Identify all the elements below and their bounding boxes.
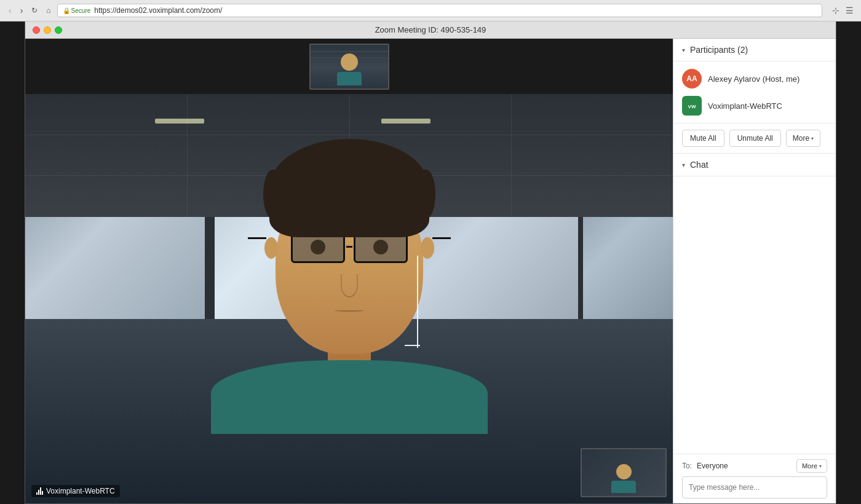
title-bar: Zoom Meeting ID: 490-535-149 bbox=[25, 22, 836, 39]
chat-input-area: To: Everyone More ▾ bbox=[673, 454, 836, 503]
window-controls bbox=[33, 26, 62, 34]
participants-chevron-icon: ▾ bbox=[682, 47, 685, 53]
chat-to-value: Everyone bbox=[697, 462, 792, 470]
participant-avatar-vw: VW bbox=[682, 96, 702, 116]
browser-chrome: ‹ › ↻ ⌂ 🔒 Secure https://demos02.voximpl… bbox=[0, 0, 861, 22]
participant-list: AA Alexey Aylarov (Host, me) VW Voximpla… bbox=[673, 61, 836, 123]
unmute-all-button[interactable]: Unmute All bbox=[729, 130, 781, 147]
audio-level-indicator bbox=[36, 487, 43, 495]
participant-name-2: Voximplant-WebRTC bbox=[708, 101, 782, 111]
window-minimize-button[interactable] bbox=[44, 26, 51, 34]
address-bar[interactable]: 🔒 Secure https://demos02.voximplant.com/… bbox=[57, 4, 822, 17]
office-background bbox=[25, 94, 673, 503]
participant-item[interactable]: AA Alexey Aylarov (Host, me) bbox=[673, 65, 836, 92]
extensions-icon[interactable]: ☰ bbox=[844, 4, 855, 17]
person-overlay bbox=[25, 94, 673, 503]
window-maximize-button[interactable] bbox=[55, 26, 62, 34]
participant-name-1: Alexey Aylarov (Host, me) bbox=[708, 74, 800, 84]
participants-header[interactable]: ▾ Participants (2) bbox=[673, 39, 836, 61]
forward-button[interactable]: › bbox=[18, 4, 26, 17]
participant-avatar-aa: AA bbox=[682, 69, 702, 89]
chat-more-button[interactable]: More ▾ bbox=[796, 459, 827, 473]
chat-more-dropdown-icon: ▾ bbox=[819, 463, 822, 469]
main-video bbox=[25, 94, 673, 503]
chat-header[interactable]: ▾ Chat bbox=[673, 154, 836, 176]
refresh-button[interactable]: ↻ bbox=[29, 5, 40, 16]
thumbnail-strip bbox=[25, 39, 673, 94]
participant-item[interactable]: VW Voximplant-WebRTC bbox=[673, 92, 836, 119]
pip-video[interactable] bbox=[581, 448, 667, 497]
video-participant-label: Voximplant-WebRTC bbox=[31, 485, 120, 497]
participants-section: ▾ Participants (2) AA Alexey Aylarov (Ho… bbox=[673, 39, 836, 154]
chat-section: ▾ Chat To: Everyone More ▾ bbox=[673, 154, 836, 503]
chat-message-input[interactable] bbox=[682, 476, 827, 498]
chat-chevron-icon: ▾ bbox=[682, 162, 685, 168]
window-title: Zoom Meeting ID: 490-535-149 bbox=[375, 25, 486, 34]
thumbnail-video-sim bbox=[311, 45, 388, 89]
more-button[interactable]: More ▾ bbox=[786, 130, 820, 147]
main-content: Voximplant-WebRTC ▾ bbox=[25, 39, 836, 503]
pip-inner bbox=[582, 449, 665, 496]
participants-buttons-row: Mute All Unmute All More ▾ bbox=[673, 123, 836, 154]
chat-to-label: To: bbox=[682, 462, 692, 470]
more-dropdown-arrow-icon: ▾ bbox=[811, 136, 814, 141]
sidebar: ▾ Participants (2) AA Alexey Aylarov (Ho… bbox=[673, 39, 836, 503]
thumbnail-video[interactable] bbox=[309, 44, 389, 90]
participant-name-label: Voximplant-WebRTC bbox=[46, 487, 115, 495]
voximplant-logo-icon: VW bbox=[686, 100, 698, 112]
mute-all-button[interactable]: Mute All bbox=[682, 130, 724, 147]
url-text: https://demos02.voximplant.com/zoom/ bbox=[94, 6, 817, 15]
back-button[interactable]: ‹ bbox=[6, 4, 14, 17]
secure-badge: 🔒 Secure bbox=[63, 7, 91, 14]
chat-to-row: To: Everyone More ▾ bbox=[682, 459, 827, 473]
window-close-button[interactable] bbox=[33, 26, 40, 34]
svg-text:VW: VW bbox=[688, 104, 696, 109]
bookmarks-icon[interactable]: ⊹ bbox=[831, 4, 841, 17]
video-area: Voximplant-WebRTC bbox=[25, 39, 673, 503]
chat-messages bbox=[673, 176, 836, 454]
home-button[interactable]: ⌂ bbox=[44, 5, 53, 16]
participants-title: Participants (2) bbox=[690, 45, 827, 55]
chat-title: Chat bbox=[690, 160, 827, 170]
browser-actions: ⊹ ☰ bbox=[831, 4, 855, 17]
